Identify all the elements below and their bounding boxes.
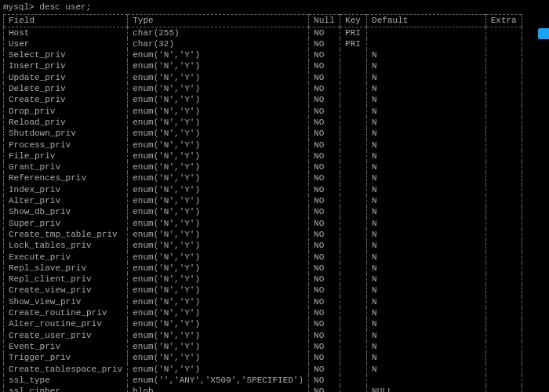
cell-extra [485, 296, 522, 307]
cell-key [340, 60, 367, 71]
cell-default: N [367, 364, 486, 375]
cell-type: enum('N','Y') [128, 162, 309, 172]
cell-default: N [367, 285, 486, 296]
cell-extra [485, 341, 522, 352]
cell-key: PRI [340, 27, 367, 38]
table-row: Userchar(32)NOPRI [4, 38, 522, 49]
cell-field: Show_db_priv [4, 206, 128, 217]
table-row: Execute_privenum('N','Y')NON [4, 252, 522, 263]
mysql-prompt[interactable]: mysql> desc user; [3, 2, 546, 13]
cell-type: enum('N','Y') [128, 94, 309, 105]
cell-field: ssl_type [4, 375, 128, 386]
cell-type: enum('N','Y') [128, 263, 309, 274]
cell-field: Create_tablespace_priv [4, 364, 128, 375]
cell-key [340, 364, 367, 375]
cell-key [340, 330, 367, 341]
cell-extra [485, 195, 522, 206]
cell-extra [485, 151, 522, 162]
cell-key [340, 184, 367, 195]
cell-extra [485, 172, 522, 183]
cell-null: NO [309, 162, 340, 172]
col-key: Key [340, 15, 367, 26]
table-row: Create_user_privenum('N','Y')NON [4, 330, 522, 341]
cell-default [367, 375, 486, 386]
cell-default: N [367, 352, 486, 363]
cell-null: NO [309, 386, 340, 392]
cell-type: enum('N','Y') [128, 218, 309, 229]
cell-extra [485, 229, 522, 240]
cell-type: enum('N','Y') [128, 72, 309, 83]
cell-field: Create_user_priv [4, 330, 128, 341]
cell-null: NO [309, 229, 340, 240]
cell-null: NO [309, 27, 340, 38]
cell-type: enum('N','Y') [128, 49, 309, 60]
cell-key [340, 206, 367, 217]
cell-field: Repl_client_priv [4, 274, 128, 285]
cell-null: NO [309, 206, 340, 217]
cell-extra [485, 218, 522, 229]
cell-type: enum('N','Y') [128, 296, 309, 307]
cell-default: N [367, 229, 486, 240]
cell-key [340, 128, 367, 139]
cell-default: N [367, 94, 486, 105]
cell-field: Event_priv [4, 341, 128, 352]
header-row: Field Type Null Key Default Extra [4, 15, 522, 26]
cell-null: NO [309, 49, 340, 60]
cell-type: blob [128, 386, 309, 392]
cell-null: NO [309, 252, 340, 263]
table-row: Alter_privenum('N','Y')NON [4, 195, 522, 206]
cell-null: NO [309, 83, 340, 94]
cell-default: N [367, 252, 486, 263]
cell-key [340, 195, 367, 206]
cell-null: NO [309, 240, 340, 251]
table-row: Create_tablespace_privenum('N','Y')NON [4, 364, 522, 375]
cell-extra [485, 27, 522, 38]
cell-null: NO [309, 117, 340, 128]
cell-null: NO [309, 184, 340, 195]
cell-field: Index_priv [4, 184, 128, 195]
table-row: Grant_privenum('N','Y')NON [4, 162, 522, 172]
cell-key [340, 263, 367, 274]
table-row: Process_privenum('N','Y')NON [4, 140, 522, 151]
cell-extra [485, 162, 522, 172]
cell-null: NO [309, 318, 340, 329]
cell-field: Alter_priv [4, 195, 128, 206]
side-widget-icon[interactable] [538, 28, 549, 39]
col-type: Type [128, 15, 309, 26]
cell-default [367, 27, 486, 38]
cell-field: User [4, 38, 128, 49]
cell-extra [485, 240, 522, 251]
cell-default: N [367, 140, 486, 151]
table-row: References_privenum('N','Y')NON [4, 172, 522, 183]
cell-field: Show_view_priv [4, 296, 128, 307]
cell-type: enum('N','Y') [128, 172, 309, 183]
cell-field: ssl_cipher [4, 386, 128, 392]
cell-default: N [367, 117, 486, 128]
cell-field: Delete_priv [4, 83, 128, 94]
cell-extra [485, 274, 522, 285]
cell-field: Trigger_priv [4, 352, 128, 363]
cell-key [340, 83, 367, 94]
cell-field: Select_priv [4, 49, 128, 60]
cell-field: Insert_priv [4, 60, 128, 71]
cell-extra [485, 330, 522, 341]
cell-key [340, 352, 367, 363]
cell-key [340, 151, 367, 162]
table-row: Delete_privenum('N','Y')NON [4, 83, 522, 94]
cell-key [340, 341, 367, 352]
cell-field: Execute_priv [4, 252, 128, 263]
col-field: Field [4, 15, 128, 26]
cell-extra [485, 184, 522, 195]
cell-type: enum('N','Y') [128, 106, 309, 117]
cell-field: Super_priv [4, 218, 128, 229]
cell-extra [485, 364, 522, 375]
table-row: Reload_privenum('N','Y')NON [4, 117, 522, 128]
table-row: Create_view_privenum('N','Y')NON [4, 285, 522, 296]
table-row: ssl_cipherblobNONULL [4, 386, 522, 392]
cell-type: enum('N','Y') [128, 117, 309, 128]
table-row: Trigger_privenum('N','Y')NON [4, 352, 522, 363]
cell-null: NO [309, 330, 340, 341]
cell-type: enum('N','Y') [128, 60, 309, 71]
table-row: Lock_tables_privenum('N','Y')NON [4, 240, 522, 251]
cell-null: NO [309, 38, 340, 49]
